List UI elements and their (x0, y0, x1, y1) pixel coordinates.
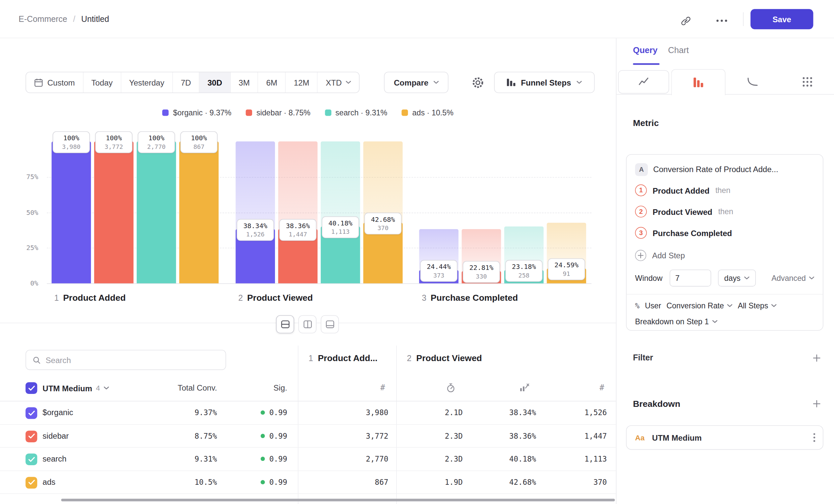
total-conversion-header[interactable]: Total Conv. (142, 383, 217, 392)
more-options-button[interactable] (715, 14, 729, 28)
group-header-label: Product Viewed (416, 353, 482, 363)
plus-circle-icon (635, 250, 646, 261)
funnel-bar[interactable] (278, 229, 318, 283)
date-range-today[interactable]: Today (83, 72, 121, 92)
compare-button[interactable]: Compare (384, 72, 448, 93)
funnel-bar-remainder (278, 141, 318, 283)
legend-item[interactable]: sidebar · 8.75% (246, 109, 310, 117)
conversion-chart-icon[interactable] (519, 383, 530, 394)
funnel-bar[interactable] (236, 229, 275, 283)
breakdown-step-select[interactable]: Breakdown on Step 1 (635, 317, 717, 326)
layout-bottom-panel-button[interactable] (321, 315, 339, 334)
count-column-icon[interactable]: # (353, 383, 385, 392)
count-column-icon[interactable]: # (572, 383, 604, 392)
layout-split-vertical-button[interactable] (298, 315, 316, 334)
window-unit-select[interactable]: days (718, 270, 756, 287)
steps-scope-label: All Steps (738, 301, 768, 310)
chart-type-insights-tab[interactable] (616, 69, 671, 94)
top-header: E-Commerce / Untitled Save (0, 0, 834, 38)
step-number: 2 (238, 294, 243, 303)
date-range-custom[interactable]: Custom (26, 72, 83, 92)
funnel-bar[interactable] (547, 269, 586, 283)
bar-percent: 24.59% (549, 261, 584, 269)
bar-count: 1,526 (238, 230, 273, 238)
significance-number: 0.99 (269, 455, 287, 463)
funnel-bar-remainder (462, 229, 501, 283)
legend-item[interactable]: $organic · 9.37% (162, 109, 232, 117)
funnel-bar[interactable] (94, 141, 134, 283)
window-value-input[interactable] (670, 270, 711, 287)
funnel-bar[interactable] (179, 141, 219, 283)
chart-type-funnel-tab[interactable] (671, 69, 726, 95)
funnel-steps-view-button[interactable]: Funnel Steps (494, 72, 594, 93)
advanced-toggle[interactable]: Advanced (772, 274, 814, 282)
add-filter-button[interactable] (812, 353, 821, 363)
metric-type-select[interactable]: Conversion Rate (666, 301, 732, 310)
add-breakdown-button[interactable] (812, 399, 821, 409)
layout-split-horizontal-button[interactable] (276, 315, 294, 334)
row-checkbox[interactable] (25, 407, 37, 419)
date-range-7d[interactable]: 7D (172, 72, 199, 92)
breadcrumb-project[interactable]: E-Commerce (19, 14, 67, 24)
funnel-bar[interactable] (462, 271, 501, 283)
bar-percent: 100% (54, 134, 89, 142)
row-checkbox[interactable] (25, 477, 37, 488)
breadcrumb-title[interactable]: Untitled (81, 14, 109, 24)
funnel-bar[interactable] (363, 223, 403, 283)
entity-label[interactable]: User (645, 301, 661, 310)
chart-settings-button[interactable] (470, 75, 485, 90)
y-axis-label: 25% (12, 244, 38, 252)
legend-item[interactable]: ads · 10.5% (402, 109, 454, 117)
date-range-3m[interactable]: 3M (230, 72, 258, 92)
breakdown-item-card[interactable]: Aa UTM Medium (626, 426, 824, 450)
metric-title[interactable]: Conversion Rate of Product Adde... (653, 165, 813, 174)
select-all-checkbox[interactable] (25, 382, 37, 394)
funnel-step-row[interactable]: 2Product Viewedthen (635, 206, 733, 217)
step2-count: 1,113 (548, 455, 607, 463)
breakdown-item-menu-button[interactable] (813, 433, 815, 442)
row-checkbox[interactable] (25, 430, 37, 442)
step-name: Product Added (63, 293, 126, 303)
funnel-bar[interactable] (419, 270, 459, 283)
funnel-bar[interactable] (504, 270, 544, 283)
add-step-button[interactable]: Add Step (635, 249, 685, 261)
percent-icon: % (635, 301, 640, 310)
chart-type-retention-tab[interactable] (726, 69, 780, 94)
date-range-12m[interactable]: 12M (285, 72, 317, 92)
save-button[interactable]: Save (750, 9, 813, 29)
tab-chart[interactable]: Chart (668, 46, 689, 55)
step-axis-label: 3Purchase Completed (422, 293, 518, 303)
search-input[interactable] (46, 356, 219, 364)
table-search (25, 350, 226, 370)
date-range-segmented-control: CustomTodayYesterday7D30D3M6M12MXTD (25, 72, 360, 93)
legend-item[interactable]: search · 9.31% (325, 109, 387, 117)
significance-number: 0.99 (269, 478, 287, 486)
horizontal-scrollbar[interactable] (61, 499, 615, 501)
breakdown-column-header[interactable]: UTM Medium 4 (42, 382, 109, 394)
date-range-30d[interactable]: 30D (199, 72, 230, 92)
share-link-button[interactable] (679, 14, 693, 28)
significance-value: 0.99 (222, 408, 287, 417)
row-checkbox[interactable] (25, 454, 37, 465)
funnel-bar[interactable] (321, 227, 360, 283)
funnel-bar[interactable] (137, 141, 176, 283)
tab-query[interactable]: Query (633, 46, 658, 55)
time-to-convert-icon[interactable] (446, 383, 456, 395)
funnel-step-row[interactable]: 3Purchase Completed (635, 227, 732, 239)
y-axis-label: 0% (12, 279, 38, 287)
search-icon (32, 356, 41, 364)
bar-count: 1,447 (280, 230, 315, 238)
date-range-yesterday[interactable]: Yesterday (121, 72, 173, 92)
chart-type-flows-tab[interactable] (780, 69, 834, 94)
steps-scope-select[interactable]: All Steps (738, 301, 776, 310)
bar-value-label: 24.59%91 (548, 258, 585, 280)
breadcrumb-separator: / (73, 14, 75, 24)
step2-time: 1.9D (404, 478, 463, 486)
funnel-bar[interactable] (52, 141, 91, 283)
funnel-step-row[interactable]: 1Product Addedthen (635, 184, 730, 196)
date-range-xtd[interactable]: XTD (317, 72, 359, 92)
significance-header[interactable]: Sig. (234, 383, 287, 392)
dots-grid-icon (802, 76, 812, 87)
date-range-6m[interactable]: 6M (258, 72, 285, 92)
significance-value: 0.99 (222, 478, 287, 486)
